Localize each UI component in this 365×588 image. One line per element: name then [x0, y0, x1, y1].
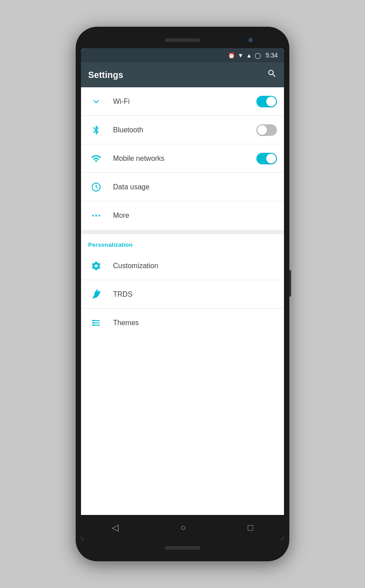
phone-screen: ⏰ ▼ ▲ ◯ 5:34 Settings: [81, 48, 284, 540]
settings-list: Wi-Fi Bluetooth: [81, 87, 284, 515]
wireless-section: Wi-Fi Bluetooth: [81, 87, 284, 230]
svg-point-0: [92, 215, 94, 216]
app-header: Settings: [81, 62, 284, 87]
phone-bottom-bar: [81, 540, 284, 556]
status-time: 5:34: [266, 52, 278, 59]
mobile-networks-label: Mobile networks: [113, 155, 256, 163]
phone-top-bar: [81, 32, 284, 48]
settings-item-data-usage[interactable]: Data usage: [81, 173, 284, 201]
settings-item-mobile-networks[interactable]: Mobile networks: [81, 144, 284, 173]
battery-status-icon: ◯: [255, 52, 261, 59]
home-button[interactable]: ○: [171, 519, 195, 536]
signal-status-icon: ▲: [246, 52, 252, 59]
more-icon: [88, 210, 104, 221]
speaker: [165, 38, 200, 42]
themes-icon: [88, 318, 104, 328]
camera: [248, 38, 253, 42]
phone-frame: ⏰ ▼ ▲ ◯ 5:34 Settings: [76, 27, 289, 561]
settings-item-wifi[interactable]: Wi-Fi: [81, 87, 284, 116]
personalization-header: Personalization: [81, 234, 284, 252]
customization-label: Customization: [113, 262, 277, 270]
data-usage-icon: [88, 182, 104, 192]
page-title: Settings: [88, 70, 123, 80]
settings-item-more[interactable]: More: [81, 201, 284, 230]
status-bar: ⏰ ▼ ▲ ◯ 5:34: [81, 48, 284, 62]
signal-icon: [88, 153, 104, 164]
bluetooth-icon: [88, 125, 104, 135]
more-label: More: [113, 212, 277, 220]
mobile-networks-toggle[interactable]: [256, 153, 277, 164]
wifi-status-icon: ▼: [238, 52, 243, 59]
settings-item-bluetooth[interactable]: Bluetooth: [81, 116, 284, 144]
svg-rect-3: [92, 320, 94, 321]
back-button[interactable]: ◁: [103, 519, 127, 536]
svg-point-2: [98, 215, 100, 216]
data-usage-label: Data usage: [113, 183, 277, 191]
bluetooth-toggle[interactable]: [256, 124, 277, 136]
settings-item-trds[interactable]: TRDS: [81, 280, 284, 309]
svg-rect-5: [92, 324, 94, 326]
recents-button[interactable]: □: [239, 519, 262, 536]
nav-bar: ◁ ○ □: [81, 515, 284, 540]
section-divider: [81, 230, 284, 234]
gear-icon: [88, 261, 104, 271]
settings-item-themes[interactable]: Themes: [81, 309, 284, 337]
wifi-label: Wi-Fi: [113, 98, 256, 106]
svg-rect-4: [92, 322, 94, 323]
themes-label: Themes: [113, 319, 277, 327]
settings-item-customization[interactable]: Customization: [81, 252, 284, 280]
bottom-speaker: [165, 546, 200, 550]
alarm-icon: ⏰: [228, 52, 235, 59]
leaf-icon: [88, 289, 104, 300]
trds-label: TRDS: [113, 290, 277, 298]
bluetooth-label: Bluetooth: [113, 126, 256, 134]
wifi-toggle[interactable]: [256, 96, 277, 107]
wifi-chevron-icon: [88, 96, 104, 107]
personalization-section: Personalization Customization: [81, 234, 284, 337]
scroll-indicator: [289, 270, 291, 297]
search-button[interactable]: [267, 69, 277, 81]
svg-point-1: [95, 215, 97, 216]
